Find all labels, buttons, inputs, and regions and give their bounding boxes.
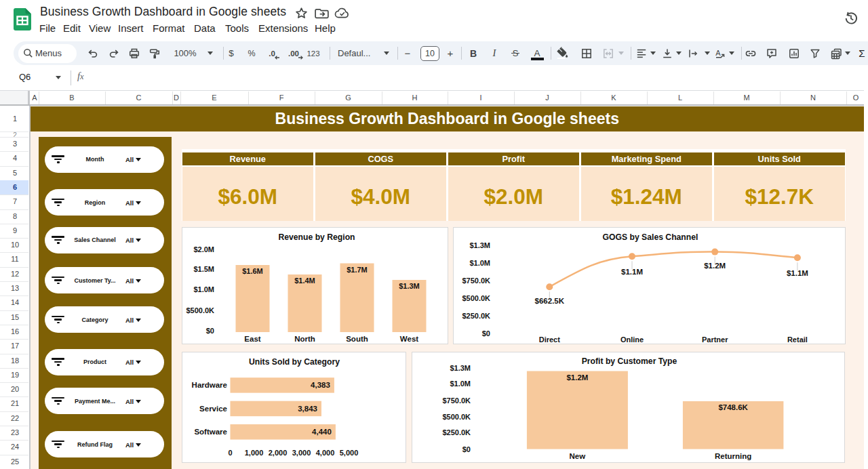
svg-text:$0: $0 [482, 329, 490, 338]
svg-text:$1.1M: $1.1M [621, 268, 643, 276]
svg-text:$1.2M: $1.2M [704, 262, 726, 270]
svg-text:$748.6K: $748.6K [718, 403, 748, 411]
svg-text:$250.0K: $250.0K [462, 312, 490, 320]
svg-text:$1.3M: $1.3M [399, 282, 420, 290]
svg-text:Returning: Returning [715, 452, 751, 460]
svg-text:$1.5M: $1.5M [193, 265, 214, 273]
svg-text:$750.0K: $750.0K [442, 396, 471, 405]
svg-text:5,000: 5,000 [340, 449, 359, 457]
svg-text:$662.5K: $662.5K [535, 297, 565, 305]
svg-text:Direct: Direct [539, 335, 561, 344]
svg-text:West: West [400, 335, 418, 343]
svg-text:2,000: 2,000 [269, 449, 288, 457]
svg-text:$750.0K: $750.0K [462, 277, 490, 285]
svg-text:$1.0M: $1.0M [193, 285, 214, 293]
svg-text:4,000: 4,000 [316, 449, 335, 457]
svg-text:New: New [570, 452, 586, 460]
svg-text:East: East [244, 335, 260, 343]
svg-text:0: 0 [228, 449, 232, 457]
svg-text:Online: Online [620, 335, 644, 344]
svg-text:$250.0K: $250.0K [442, 428, 471, 436]
svg-text:$1.3M: $1.3M [469, 241, 490, 249]
svg-text:Service: Service [199, 405, 227, 413]
svg-text:$1.7M: $1.7M [347, 266, 368, 274]
svg-text:3,000: 3,000 [292, 449, 311, 457]
svg-text:Revenue by Region: Revenue by Region [278, 232, 355, 242]
svg-text:GOGS by Sales Channel: GOGS by Sales Channel [603, 232, 698, 242]
svg-text:$1.1M: $1.1M [787, 269, 808, 277]
svg-text:South: South [346, 335, 368, 343]
svg-text:$1.4M: $1.4M [294, 277, 315, 285]
svg-text:Units Sold by Category: Units Sold by Category [249, 357, 340, 367]
svg-text:4,383: 4,383 [311, 381, 330, 389]
svg-text:Retail: Retail [787, 335, 808, 344]
svg-text:$500.0K: $500.0K [186, 306, 214, 314]
svg-text:Profit by Customer Type: Profit by Customer Type [582, 356, 677, 366]
svg-text:$500.0K: $500.0K [462, 294, 490, 302]
svg-text:Software: Software [194, 428, 227, 436]
svg-text:4,440: 4,440 [312, 428, 332, 436]
svg-text:3,843: 3,843 [298, 405, 317, 413]
svg-text:$1.6M: $1.6M [242, 267, 263, 275]
svg-text:1,000: 1,000 [245, 449, 264, 457]
svg-text:$1.3M: $1.3M [450, 364, 471, 372]
svg-text:A: A [715, 48, 721, 56]
svg-text:$1.0M: $1.0M [450, 380, 471, 388]
svg-text:$500.0K: $500.0K [442, 413, 471, 421]
svg-text:$1.2M: $1.2M [566, 373, 588, 382]
svg-text:$0: $0 [206, 327, 214, 335]
svg-text:$0: $0 [462, 445, 471, 453]
svg-text:$1.0M: $1.0M [469, 259, 490, 267]
svg-text:$2.0M: $2.0M [193, 245, 214, 253]
svg-text:Partner: Partner [702, 335, 728, 344]
svg-text:North: North [294, 335, 315, 343]
svg-text:Hardware: Hardware [192, 381, 227, 389]
